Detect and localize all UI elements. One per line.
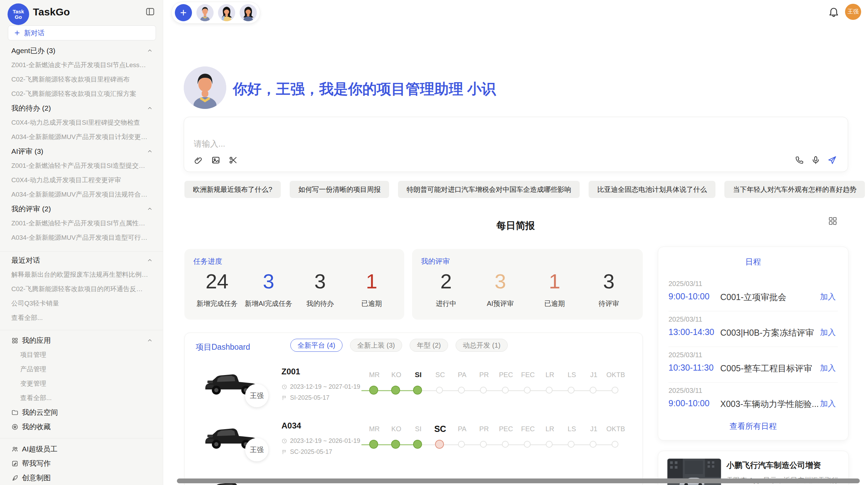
stat-label: 待评审 bbox=[582, 299, 636, 308]
join-meeting-link[interactable]: 加入 bbox=[820, 291, 836, 302]
chat-input[interactable] bbox=[194, 138, 776, 154]
project-row[interactable]: 王强Z0012023-12-19 ~ 2027-01-19SI-2025-05-… bbox=[185, 365, 643, 410]
project-name: Z001 bbox=[281, 367, 300, 376]
attachment-icon[interactable] bbox=[194, 156, 203, 165]
sidebar-item[interactable]: A034-全新新能源MUV产品开发项目造型可行性评审 bbox=[0, 231, 163, 245]
sidebar-item[interactable]: A034-全新新能源MUV产品开发项目计划变更表编写 bbox=[0, 130, 163, 144]
recent-chat-item[interactable]: C02-飞腾新能源轻客改款项目的闭环通告反馈情况 bbox=[0, 282, 163, 296]
recent-chat-item[interactable]: 公司Q3轻卡销量 bbox=[0, 296, 163, 311]
milestone-label: LS bbox=[561, 424, 583, 434]
sidebar-item[interactable]: A034-全新新能源MUV产品开发项目法规符合性评审 bbox=[0, 187, 163, 202]
join-meeting-link[interactable]: 加入 bbox=[820, 398, 836, 409]
schedule-event-title: C001-立项审批会 bbox=[720, 291, 786, 303]
sidebar-section-header[interactable]: Agent已办 (3) bbox=[0, 43, 163, 58]
suggestion-chip[interactable]: 特朗普可能对进口汽车增税会对中国车企造成哪些影响 bbox=[398, 181, 580, 198]
sidebar-tool-0[interactable]: AI超级员工 bbox=[0, 442, 163, 456]
card-title: 任务进度 bbox=[193, 257, 222, 266]
join-meeting-link[interactable]: 加入 bbox=[820, 327, 836, 338]
app-item[interactable]: 项目管理 bbox=[0, 348, 163, 362]
app-item[interactable]: 变更管理 bbox=[0, 376, 163, 391]
sidebar-collapse-icon[interactable] bbox=[145, 7, 155, 16]
dashboard-tab[interactable]: 全新平台 (4) bbox=[290, 339, 342, 352]
add-agent-button[interactable] bbox=[175, 4, 192, 21]
suggestion-chip[interactable]: 当下年轻人对汽车外观有怎样的喜好趋势 bbox=[724, 181, 865, 198]
image-upload-icon[interactable] bbox=[211, 156, 220, 165]
new-chat-label: 新对话 bbox=[24, 28, 45, 38]
app-item[interactable]: 产品管理 bbox=[0, 362, 163, 376]
dashboard-tab[interactable]: 年型 (2) bbox=[410, 339, 448, 352]
sidebar-section-header[interactable]: 我的评审 (2) bbox=[0, 202, 163, 216]
milestone-dot bbox=[435, 440, 444, 449]
my-apps-header[interactable]: 我的应用 bbox=[0, 333, 163, 348]
sidebar-section-header[interactable]: AI评审 (3) bbox=[0, 144, 163, 159]
suggestion-chip[interactable]: 欧洲新规最近颁布了什么? bbox=[184, 181, 281, 198]
stat-value: 1 bbox=[346, 269, 397, 294]
recent-chats-header[interactable]: 最近对话 bbox=[0, 253, 163, 268]
view-all-schedule-link[interactable]: 查看所有日程 bbox=[658, 421, 848, 432]
recent-chat-item[interactable]: 解释最新出台的欧盟报废车法规再生塑料比例被调至15%... bbox=[0, 268, 163, 282]
milestone-label: LR bbox=[539, 370, 561, 380]
new-chat-button[interactable]: 新对话 bbox=[8, 25, 156, 40]
join-meeting-link[interactable]: 加入 bbox=[820, 363, 836, 373]
milestone-dot bbox=[502, 441, 509, 448]
stat-item: 3我的待办 bbox=[294, 269, 346, 308]
agent-avatar[interactable] bbox=[196, 4, 214, 21]
chevron-up-icon bbox=[147, 105, 153, 111]
dashboard-tab[interactable]: 动总开发 (1) bbox=[456, 339, 508, 352]
agent-avatar[interactable] bbox=[218, 4, 235, 21]
link-label: 我的收藏 bbox=[22, 420, 51, 434]
chat-input-card bbox=[184, 117, 848, 172]
sidebar-item[interactable]: C02-飞腾新能源轻客改款项目立项汇报方案 bbox=[0, 87, 163, 101]
send-icon[interactable] bbox=[828, 156, 837, 165]
briefing-layout-icon[interactable] bbox=[828, 216, 838, 226]
sidebar-item[interactable]: Z001-全新燃油皮卡产品开发项目SI节点Lesson Learn报告 bbox=[0, 58, 163, 72]
sidebar-item[interactable]: Z001-全新燃油轻卡产品开发项目SI造型提交物评审 bbox=[0, 159, 163, 173]
milestone-dot bbox=[413, 386, 422, 395]
dashboard-tab[interactable]: 全新上装 (3) bbox=[350, 339, 402, 352]
sidebar-section-header[interactable]: 我的待办 (2) bbox=[0, 101, 163, 115]
tool-label: AI超级员工 bbox=[22, 442, 58, 456]
sidebar-link-0[interactable]: 我的云空间 bbox=[0, 405, 163, 420]
section-label: AI评审 (3) bbox=[11, 147, 43, 155]
app-item[interactable]: 查看全部... bbox=[0, 391, 163, 405]
horizontal-scrollbar[interactable] bbox=[177, 478, 860, 483]
sidebar-item[interactable]: Z001-全新燃油轻卡产品开发项目SI节点属性5D文件评审 bbox=[0, 216, 163, 231]
project-row[interactable]: 王强A0342023-12-19 ~ 2026-01-19SC-2025-05-… bbox=[185, 420, 643, 464]
suggestion-chip[interactable]: 比亚迪全固态电池计划具体说了什么 bbox=[589, 181, 715, 198]
microphone-icon[interactable] bbox=[811, 156, 820, 165]
chevron-up-icon bbox=[147, 148, 153, 154]
phone-icon[interactable] bbox=[795, 156, 804, 165]
suggestion-chip[interactable]: 如何写一份清晰的项目周报 bbox=[290, 181, 389, 198]
my-review-card: 我的评审 2进行中3AI预评审1已逾期3待评审 bbox=[412, 249, 643, 320]
milestone-dot bbox=[568, 387, 575, 394]
dashboard-tabs: 全新平台 (4)全新上装 (3)年型 (2)动总开发 (1) bbox=[290, 339, 508, 352]
recent-chat-item[interactable]: 查看全部... bbox=[0, 311, 163, 325]
avatar-illustration-man-1 bbox=[196, 4, 214, 21]
apps-grid-icon bbox=[11, 337, 19, 344]
greeting-text: 你好，王强，我是你的项目管理助理 小识 bbox=[233, 79, 496, 99]
milestone-dot bbox=[524, 441, 531, 448]
sidebar-item[interactable]: C0X4-动力总成开发项目SI里程碑提交物检查 bbox=[0, 115, 163, 130]
sidebar-tool-1[interactable]: 帮我写作 bbox=[0, 456, 163, 471]
sidebar-item[interactable]: C0X4-动力总成开发项目工程变更评审 bbox=[0, 173, 163, 187]
user-avatar[interactable]: 王强 bbox=[845, 4, 861, 20]
schedule-card: 日程 2025/03/119:00-10:00C001-立项审批会加入2025/… bbox=[658, 247, 848, 440]
section-label: 我的待办 (2) bbox=[11, 104, 51, 112]
section-label: Agent已办 (3) bbox=[11, 47, 55, 54]
milestone-label: SC bbox=[429, 424, 451, 434]
app-logo: Task Go bbox=[8, 3, 29, 25]
stat-label: 新增完成任务 bbox=[191, 299, 243, 308]
avatar-illustration-woman-2 bbox=[240, 4, 257, 21]
schedule-time: 9:00-10:00 bbox=[668, 398, 710, 408]
stat-item: 3新增AI完成任务 bbox=[243, 269, 294, 308]
milestone-dot bbox=[502, 387, 509, 394]
notification-bell-icon[interactable] bbox=[828, 6, 840, 17]
scissors-icon[interactable] bbox=[229, 156, 238, 165]
sidebar-link-1[interactable]: 我的收藏 bbox=[0, 420, 163, 434]
schedule-time: 10:30-11:30 bbox=[668, 363, 714, 373]
sidebar-item[interactable]: C02-飞腾新能源轻客改款项目里程碑画布 bbox=[0, 72, 163, 87]
agent-avatar[interactable] bbox=[240, 4, 257, 21]
sidebar-tool-2[interactable]: 创意制图 bbox=[0, 471, 163, 485]
logo-line1: Task bbox=[13, 9, 24, 14]
schedule-entry: 2025/03/119:00-10:00X003-车辆动力学性能验...加入 bbox=[668, 383, 838, 418]
